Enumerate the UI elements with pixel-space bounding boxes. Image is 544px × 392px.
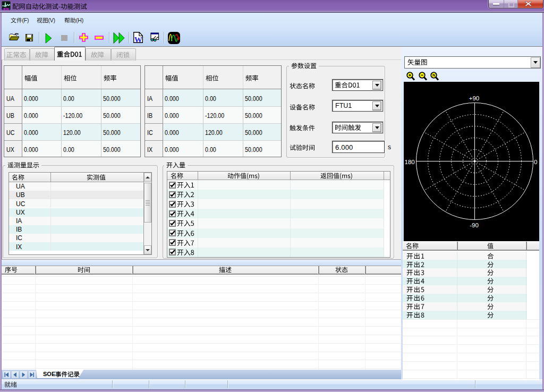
svg-text:-90: -90 <box>470 222 479 228</box>
svg-text:+90: +90 <box>469 95 480 101</box>
svg-text:180: 180 <box>405 159 415 165</box>
svg-text:0: 0 <box>534 159 537 165</box>
svg-text:W: W <box>134 36 142 43</box>
svg-text:N: N <box>432 73 435 77</box>
